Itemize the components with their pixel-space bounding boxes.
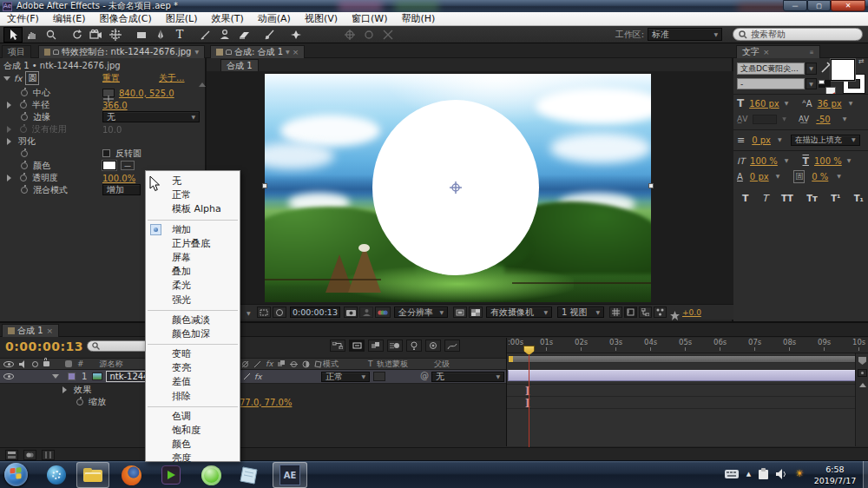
rotate-tool[interactable] [68,27,87,43]
eraser-tool[interactable] [234,27,253,43]
work-area-start-handle[interactable] [509,356,513,362]
font-style-dropdown[interactable]: - [737,78,805,89]
trkmat-t-column[interactable]: T [368,359,373,368]
taskbar-item-explorer[interactable] [76,462,109,488]
layer-collapse-switch[interactable] [243,373,251,380]
chevron-down-icon[interactable]: ▼ [843,116,847,122]
tray-clipboard-icon[interactable] [759,468,768,479]
layer-parent-dropdown[interactable]: 无▼ [431,372,504,382]
exposure-value[interactable]: +0.0 [682,308,701,317]
tab-character[interactable]: 文字 × ≡ [736,45,820,58]
zoom-tool[interactable] [42,27,61,43]
mode-column[interactable]: 模式 [323,359,339,370]
menu-item-add-selected[interactable]: 增加 [146,223,240,237]
tray-security-icon[interactable]: ☀ [795,468,804,479]
swap-fill-stroke-icon[interactable]: ⇄ [858,57,865,65]
tab-composition[interactable]: 合成: 合成 1 ▼ × [210,45,305,58]
maximize-button[interactable]: ▢ [807,0,831,11]
chevron-down-icon[interactable]: ▼ [847,158,852,163]
roi-icon[interactable] [257,307,271,318]
show-desktop-button[interactable] [863,461,868,488]
scale-property-row[interactable]: 缩放 77.0, 77.0% [0,396,506,408]
menu-item-darken[interactable]: 变暗 [146,347,240,361]
tracking-value[interactable]: -50 [816,115,830,124]
rect-mask-tool[interactable] [132,27,151,43]
camera-tool[interactable] [87,27,106,43]
menu-item-screen[interactable]: 屏幕 [146,251,240,265]
expand-inout-toggle[interactable] [42,450,55,460]
taskbar-item-player[interactable] [156,464,186,486]
chevron-down-icon[interactable]: ▼ [849,101,853,106]
close-tab-icon[interactable]: × [763,48,770,56]
chevron-down-icon[interactable]: ▼ [785,101,789,106]
parent-pickwhip-icon[interactable]: @ [420,371,429,380]
zoom-dropdown-arrow[interactable]: ▼ [247,311,251,316]
camera-dropdown[interactable]: 有效摄像机▼ [486,307,552,318]
small-caps-button[interactable]: Tᴛ [806,194,818,203]
taskbar-item-after-effects[interactable]: AE [273,462,307,488]
selection-tool[interactable] [3,27,23,43]
taskbar-item-firefox[interactable] [116,464,146,486]
expand-layers-toggle[interactable] [5,450,18,460]
chevron-down-icon[interactable]: ▼ [194,49,199,55]
expander-icon[interactable] [7,138,11,145]
work-area-bar[interactable] [508,355,862,363]
trkmat-column[interactable]: 轨道蒙板 [377,359,408,370]
tab-project[interactable]: 项目 [2,45,31,58]
superscript-button[interactable]: T¹ [831,194,840,203]
layer-fx-switch[interactable]: fx [254,373,262,381]
roto-brush-tool[interactable] [260,27,279,43]
close-tab-icon[interactable]: × [293,48,299,56]
channels-icon[interactable] [375,307,391,318]
pan-behind-tool[interactable] [106,27,125,43]
resolution-dropdown[interactable]: 全分辨率▼ [394,307,448,318]
menu-window[interactable]: 窗口(W) [345,12,394,25]
expander-icon[interactable] [3,76,10,81]
layer-expander[interactable] [52,374,59,379]
pen-tool[interactable] [151,27,170,43]
view-layout-dropdown[interactable]: 1 视图▼ [557,307,604,318]
chevron-down-icon[interactable]: ▼ [286,49,290,55]
faux-italic-button[interactable]: T [762,193,768,204]
all-caps-button[interactable]: TT [781,194,793,203]
tray-ime-icon[interactable] [725,469,739,479]
close-button[interactable]: ✕ [831,0,865,11]
shy-layers-icon[interactable] [349,340,365,352]
stroke-width-value[interactable]: 0 px [752,135,771,145]
menu-file[interactable]: 文件(F) [0,12,46,25]
layer-duration-bar[interactable] [508,370,862,381]
comp-viewer[interactable] [207,71,733,304]
panel-menu-icon[interactable]: ≡ [810,49,814,55]
target-region-icon[interactable] [453,307,467,318]
invert-circle-checkbox[interactable] [102,149,110,157]
clone-stamp-tool[interactable] [215,27,234,43]
layer-handle-left[interactable] [262,183,267,188]
menu-item-stencil-alpha[interactable]: 模板 Alpha [146,202,240,216]
puppet-pin-tool[interactable] [286,27,306,43]
vertical-scale-value[interactable]: 100 % [750,156,778,166]
blend-mode-dropdown[interactable]: 增加 [102,184,141,195]
axis-world-icon[interactable] [359,27,378,43]
tab-effect-controls[interactable]: 特效控制台: ntk-1244-2676.jpg ▼ [38,45,205,58]
graph-editor-icon[interactable] [444,340,460,352]
taskbar-item-media-player[interactable] [42,464,71,486]
axis-local-icon[interactable] [340,27,359,43]
frame-blend-icon[interactable] [368,340,384,352]
menu-item-color[interactable]: 颜色 [146,438,240,452]
taskbar-clock[interactable]: 6:58 2019/7/17 [809,464,861,486]
chevron-down-icon[interactable]: ▼ [776,174,780,179]
tray-expand-icon[interactable]: ▲ [746,471,751,478]
timeline-timecode[interactable]: 0:00:00:13 [5,340,83,353]
transparency-grid-icon[interactable] [469,307,483,318]
comp-marker-icon[interactable] [858,357,866,365]
menu-item-difference[interactable]: 差值 [146,375,240,389]
layer-handle-right[interactable] [648,183,654,188]
menu-composition[interactable]: 图像合成(C) [92,12,158,25]
color-swatch[interactable] [102,161,116,170]
horizontal-scale-value[interactable]: 100 % [814,156,842,166]
trkmat-field[interactable] [373,372,385,381]
start-button[interactable] [4,463,28,486]
font-style-arrow[interactable]: ▼ [806,78,817,89]
chevron-down-icon[interactable]: ▼ [785,158,789,163]
menu-item-luminosity[interactable]: 亮度 [146,452,240,465]
